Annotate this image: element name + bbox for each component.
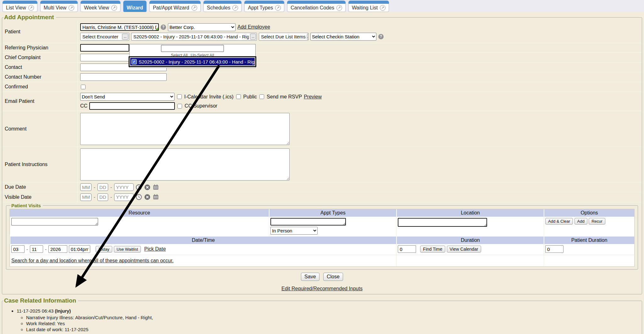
case-entry-datetime: 11-17-2025 06:43	[17, 308, 53, 314]
search-day-cell: Search for a day and location where all …	[10, 255, 396, 266]
due-day-input[interactable]	[97, 183, 108, 191]
duration-input[interactable]	[398, 245, 416, 253]
resource-input[interactable]	[11, 218, 98, 225]
tab-pat-appt-wizard[interactable]: Pat/Appt Wizard↗	[149, 1, 201, 12]
search-day-location-link[interactable]: Search for a day and location where all …	[11, 258, 174, 263]
clock-icon[interactable]	[136, 184, 142, 191]
comment-textarea[interactable]	[80, 113, 290, 145]
ical-invite-checkbox[interactable]	[177, 94, 182, 99]
tab-accent-bar	[123, 1, 147, 4]
encounter-value-ellipsis-button[interactable]: ...	[250, 34, 256, 40]
help-icon[interactable]: ?	[378, 34, 384, 39]
encounter-ellipsis-button[interactable]: ...	[122, 34, 128, 40]
checkin-station-select[interactable]: Select Checkin Station	[310, 33, 376, 41]
visit-time-input[interactable]	[69, 245, 90, 253]
tab-list-view[interactable]: List View↗	[3, 1, 37, 12]
encounter-value-box[interactable]: S2025-0002 - Injury - 2025-11-17 06:43:0…	[131, 33, 257, 41]
find-time-button[interactable]: Find Time	[420, 246, 445, 253]
visit-day-input[interactable]	[30, 245, 43, 253]
visible-month-input[interactable]	[80, 193, 92, 201]
tab-accent-bar	[80, 1, 120, 4]
tab-label: List View	[6, 5, 26, 11]
view-calendar-button[interactable]: View Calendar	[447, 246, 481, 253]
due-year-input[interactable]	[114, 183, 134, 191]
location-cell	[396, 217, 544, 237]
use-waitlist-button[interactable]: Use Waitlist	[114, 246, 141, 253]
cc-supervisor-checkbox[interactable]	[177, 104, 182, 109]
patient-instructions-row: Patient Instructions	[2, 147, 642, 182]
referring-physician-input[interactable]	[80, 44, 129, 52]
clear-date-icon[interactable]	[144, 184, 151, 191]
contact-row: Contact	[2, 63, 642, 72]
cc-input[interactable]	[89, 102, 175, 110]
tab-schedules[interactable]: Schedules↗	[203, 1, 242, 12]
due-list-picker[interactable]: Select Due List Items...	[259, 33, 308, 41]
tab-cancellation-codes[interactable]: Cancellation Codes↗	[287, 1, 346, 12]
tab-accent-bar	[149, 1, 201, 4]
tab-appt-types[interactable]: Appt Types↗	[244, 1, 284, 12]
appt-types-input[interactable]	[270, 218, 346, 225]
select-encounter-picker[interactable]: Select Encounter...	[80, 33, 129, 41]
patient-duration-input[interactable]	[545, 245, 564, 253]
open-new-window-icon[interactable]: ↗	[336, 5, 342, 11]
help-icon[interactable]: ?	[161, 25, 166, 30]
email-send-select[interactable]: Don't Send	[80, 93, 175, 101]
calendar-icon[interactable]	[153, 194, 159, 200]
open-new-window-icon[interactable]: ↗	[28, 5, 34, 11]
due-month-input[interactable]	[80, 183, 92, 191]
add-button[interactable]: Add	[575, 218, 587, 225]
tab-multi-view[interactable]: Multi View↗	[40, 1, 78, 12]
cc-label: CC	[80, 103, 87, 109]
public-checkbox[interactable]	[236, 94, 241, 99]
open-new-window-icon[interactable]: ↗	[69, 5, 74, 11]
tab-accent-bar	[348, 1, 389, 4]
employer-select[interactable]: Better Corp.	[168, 23, 236, 31]
encounter-option-selected[interactable]: ✓ S2025-0002 - Injury - 2025-11-17 06:43…	[130, 58, 255, 65]
edit-required-inputs-link[interactable]: Edit Required/Recommended Inputs	[281, 286, 363, 291]
today-button[interactable]: Today	[96, 246, 112, 253]
duration-header: Duration	[396, 237, 544, 244]
options-header: Options	[544, 209, 634, 217]
visit-year-input[interactable]	[48, 245, 67, 253]
recur-button[interactable]: Recur	[589, 218, 605, 225]
encounter-search-input[interactable]	[161, 45, 224, 52]
resource-header: Resource	[10, 209, 269, 217]
tab-waiting-list[interactable]: Waiting List↗	[348, 1, 389, 12]
open-new-window-icon[interactable]: ↗	[192, 5, 197, 11]
open-new-window-icon[interactable]: ↗	[380, 5, 386, 11]
patient-label: Patient	[2, 21, 78, 43]
pick-date-link[interactable]: Pick Date	[144, 246, 166, 252]
case-entry-type: (Injury)	[55, 308, 71, 314]
visible-day-input[interactable]	[97, 193, 108, 201]
save-button[interactable]: Save	[301, 273, 319, 281]
cc-supervisor-label: CC Supervisor	[185, 103, 217, 109]
open-new-window-icon[interactable]: ↗	[232, 5, 238, 11]
empty-cell	[544, 255, 634, 266]
visit-month-input[interactable]	[11, 245, 25, 253]
add-employee-link[interactable]: Add Employee	[237, 24, 270, 30]
top-tab-bar: List View↗ Multi View↗ Week View↗ Wizard…	[0, 0, 644, 12]
confirmed-checkbox[interactable]	[81, 85, 86, 89]
send-rsvp-checkbox[interactable]	[259, 94, 264, 99]
due-list-ellipsis-button[interactable]: ...	[307, 34, 308, 40]
patient-instructions-textarea[interactable]	[80, 148, 290, 181]
close-button[interactable]: Close	[323, 273, 343, 281]
visible-year-input[interactable]	[114, 193, 134, 201]
preview-link[interactable]: Preview	[304, 94, 322, 100]
open-new-window-icon[interactable]: ↗	[111, 5, 117, 11]
add-and-clear-button[interactable]: Add & Clear	[545, 218, 573, 225]
patient-visits-table: Resource Appt Types Location Options In …	[9, 209, 635, 267]
patient-search-input[interactable]	[80, 23, 159, 31]
tab-accent-bar	[203, 1, 242, 4]
checked-checkbox-icon[interactable]: ✓	[131, 59, 137, 64]
open-new-window-icon[interactable]: ↗	[275, 5, 281, 11]
tab-wizard-active[interactable]: Wizard	[123, 1, 147, 12]
contact-number-input[interactable]	[80, 73, 167, 81]
calendar-icon[interactable]	[153, 184, 159, 191]
appt-mode-select[interactable]: In Person	[270, 227, 318, 235]
clear-date-icon[interactable]	[144, 194, 151, 200]
tab-week-view[interactable]: Week View↗	[80, 1, 120, 12]
tab-label: Multi View	[44, 5, 67, 11]
location-input[interactable]	[398, 218, 487, 227]
clock-icon[interactable]	[136, 194, 142, 200]
